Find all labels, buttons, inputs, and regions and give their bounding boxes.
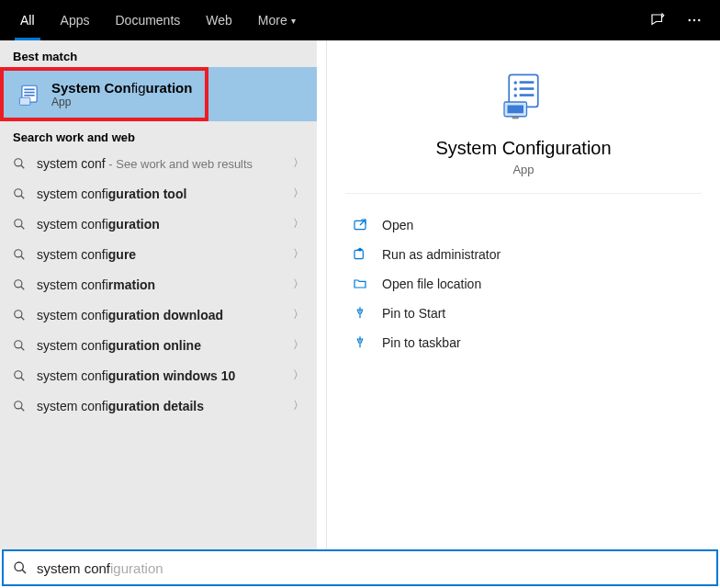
action-icon [351, 218, 369, 232]
action-icon [351, 306, 369, 321]
suggestion-item[interactable]: system configure 〉 [0, 239, 317, 269]
suggestion-text: system configuration online [37, 338, 293, 353]
best-match-result[interactable]: System Configuration App [0, 67, 208, 121]
search-input-container[interactable]: system configuration [2, 549, 718, 586]
more-options-icon[interactable] [676, 0, 713, 40]
svg-line-21 [21, 346, 25, 350]
chevron-right-icon: 〉 [293, 277, 304, 292]
chevron-right-icon: 〉 [293, 155, 304, 171]
search-icon [13, 560, 28, 575]
suggestion-item[interactable]: system configuration tool 〉 [0, 178, 317, 209]
svg-point-20 [15, 340, 22, 347]
suggestion-text: system confirmation [37, 277, 293, 292]
svg-rect-7 [19, 97, 29, 105]
search-icon [13, 309, 26, 322]
tab-web[interactable]: Web [193, 0, 245, 40]
chevron-right-icon: 〉 [293, 216, 304, 232]
search-icon [13, 187, 26, 200]
suggestion-item[interactable]: system configuration 〉 [0, 209, 317, 239]
action-label: Open [382, 218, 413, 232]
svg-rect-34 [508, 106, 524, 114]
search-input[interactable]: system configuration [37, 560, 163, 576]
results-panel: Best match System Configuration App Sear… [0, 40, 317, 549]
svg-rect-5 [24, 91, 34, 93]
suggestion-item[interactable]: system conf - See work and web results 〉 [0, 148, 317, 178]
svg-rect-28 [520, 81, 534, 84]
svg-line-15 [21, 255, 25, 259]
svg-point-22 [15, 370, 22, 378]
suggestion-item[interactable]: system configuration windows 10 〉 [0, 360, 317, 390]
action-icon [351, 335, 369, 350]
svg-line-23 [21, 377, 25, 380]
top-nav: All Apps Documents Web More▾ [0, 0, 720, 40]
chevron-right-icon: 〉 [293, 307, 304, 322]
chevron-right-icon: 〉 [293, 368, 304, 383]
action-label: Open file location [382, 277, 481, 291]
best-match-title: System Configuration [51, 80, 192, 96]
suggestion-item[interactable]: system confirmation 〉 [0, 269, 317, 300]
suggestion-item[interactable]: system configuration online 〉 [0, 330, 317, 360]
svg-line-9 [21, 164, 25, 168]
search-icon [13, 278, 26, 291]
svg-point-2 [698, 19, 700, 21]
svg-point-0 [689, 19, 691, 21]
chevron-right-icon: 〉 [293, 398, 304, 413]
app-icon-large [498, 70, 549, 121]
tab-more[interactable]: More▾ [245, 0, 309, 40]
chevron-right-icon: 〉 [293, 246, 304, 262]
search-web-header: Search work and web [0, 121, 317, 148]
app-icon [17, 82, 42, 107]
search-icon [13, 339, 26, 352]
action-run-as-administrator[interactable]: Run as administrator [351, 240, 696, 269]
suggestion-item[interactable]: system configuration download 〉 [0, 300, 317, 330]
svg-point-1 [693, 19, 695, 21]
svg-point-29 [514, 87, 518, 91]
search-icon [13, 369, 26, 382]
svg-rect-35 [512, 117, 519, 119]
chevron-down-icon: ▾ [291, 16, 296, 26]
action-open-file-location[interactable]: Open file location [351, 269, 696, 299]
svg-point-18 [15, 310, 22, 317]
search-icon [13, 157, 26, 170]
chevron-right-icon: 〉 [293, 337, 304, 353]
svg-point-16 [15, 279, 22, 287]
action-pin-to-start[interactable]: Pin to Start [351, 299, 696, 328]
svg-line-13 [21, 225, 25, 229]
tab-all[interactable]: All [7, 0, 48, 40]
preview-subtitle: App [512, 163, 534, 176]
svg-line-11 [21, 195, 25, 198]
svg-point-27 [514, 81, 518, 85]
search-icon [13, 218, 26, 231]
svg-rect-4 [24, 88, 34, 90]
action-icon [351, 277, 369, 291]
suggestion-text: system configuration [37, 217, 293, 232]
svg-line-17 [21, 286, 25, 289]
svg-point-10 [15, 188, 22, 196]
tab-apps[interactable]: Apps [48, 0, 103, 40]
chevron-right-icon: 〉 [293, 186, 304, 201]
preview-panel: System Configuration App OpenRun as admi… [326, 40, 720, 549]
svg-rect-6 [24, 95, 34, 96]
feedback-icon[interactable] [639, 0, 676, 40]
suggestion-item[interactable]: system configuration details 〉 [0, 390, 317, 421]
svg-line-25 [21, 407, 25, 411]
search-icon [13, 400, 26, 413]
svg-point-12 [15, 219, 22, 226]
action-label: Pin to Start [382, 306, 445, 321]
search-icon [13, 248, 26, 261]
preview-title: System Configuration [435, 138, 611, 159]
action-open[interactable]: Open [351, 210, 696, 240]
svg-point-38 [15, 562, 23, 571]
svg-point-8 [15, 158, 22, 165]
svg-line-39 [22, 570, 26, 573]
svg-point-14 [15, 249, 22, 256]
tab-documents[interactable]: Documents [102, 0, 193, 40]
suggestion-text: system configuration tool [37, 187, 293, 201]
svg-rect-37 [354, 250, 363, 258]
svg-point-24 [15, 401, 22, 408]
suggestion-text: system configuration download [37, 308, 293, 322]
suggestion-text: system conf - See work and web results [37, 156, 293, 171]
action-pin-to-taskbar[interactable]: Pin to taskbar [351, 328, 696, 357]
action-icon [351, 247, 369, 262]
svg-rect-30 [520, 87, 534, 90]
